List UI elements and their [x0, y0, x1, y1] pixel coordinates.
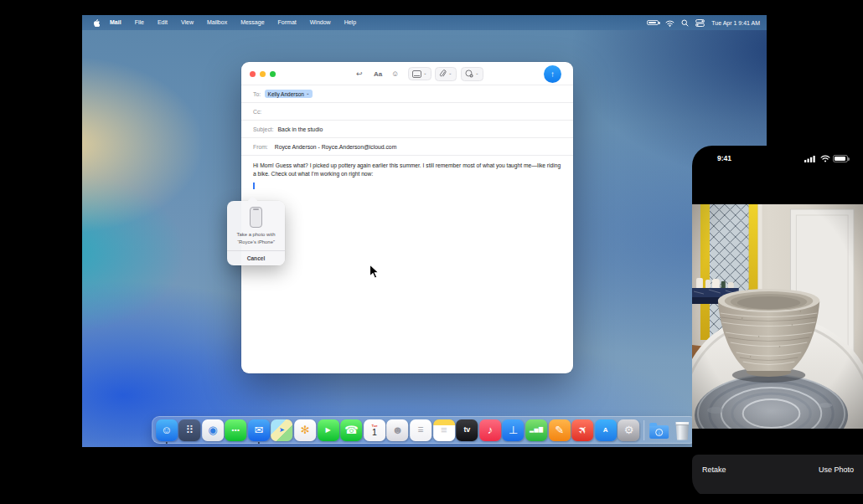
battery-icon — [833, 155, 848, 162]
cc-label: Cc: — [253, 109, 261, 115]
menu-bar: MailFileEditViewMailboxMessageFormatWind… — [82, 15, 767, 30]
subject-field[interactable]: Subject: Back in the studio — [241, 121, 573, 138]
dock-reminders[interactable]: ☰ — [410, 419, 432, 441]
dock-contacts[interactable]: ☻ — [387, 419, 409, 441]
wifi-icon[interactable] — [665, 15, 674, 30]
running-indicator — [165, 442, 168, 445]
dock-mail[interactable]: ✉ — [248, 419, 270, 441]
iphone-status-icons — [804, 155, 848, 162]
mouse-pointer — [369, 264, 380, 280]
dock-trash[interactable] — [671, 419, 693, 441]
menu-item-mail[interactable]: Mail — [103, 15, 128, 30]
recipient-token[interactable]: Kelly Anderson ⌄ — [265, 90, 313, 98]
text-cursor — [253, 183, 255, 189]
dock-launchpad[interactable]: ⠿ — [178, 419, 200, 441]
iphone-status-time: 9:41 — [717, 154, 731, 162]
minimize-button[interactable] — [260, 71, 266, 77]
dock-numbers[interactable]: ▂▅▇ — [525, 419, 547, 441]
dock-finder[interactable]: ☺ — [156, 419, 178, 441]
dock-appstore[interactable]: A — [595, 419, 617, 441]
menu-item-message[interactable]: Message — [234, 15, 271, 30]
menu-item-file[interactable]: File — [128, 15, 151, 30]
format-button[interactable]: Aa — [374, 62, 382, 85]
mail-icon: ✉ — [255, 424, 264, 435]
message-body[interactable]: Hi Mom! Guess what? I picked up pottery … — [253, 162, 565, 177]
dock-divider — [643, 420, 644, 440]
format-aa-icon: Aa — [374, 70, 382, 78]
menu-bar-clock[interactable]: Tue Apr 1 9:41 AM — [711, 20, 760, 26]
downloads-folder-icon: ↓ — [649, 425, 669, 439]
cancel-button[interactable]: Cancel — [227, 251, 285, 265]
battery-icon[interactable] — [647, 20, 659, 26]
to-label: To: — [253, 91, 261, 97]
appletv-icon: tv — [463, 426, 470, 434]
dock-downloads[interactable]: ↓ — [649, 419, 670, 441]
photo-browser-button[interactable]: ⌄ — [408, 62, 432, 85]
undo-button[interactable]: ↩ — [356, 62, 363, 85]
dock-rocket[interactable]: ✈ — [571, 419, 593, 441]
subject-label: Subject: — [253, 126, 274, 132]
popover-title-line1: Take a photo with — [227, 231, 285, 239]
iphone-icon — [250, 207, 262, 228]
send-button[interactable]: ↑ — [544, 65, 561, 83]
launchpad-icon: ⠿ — [186, 424, 194, 435]
menu-item-mailbox[interactable]: Mailbox — [200, 15, 234, 30]
chevron-down-icon: ⌄ — [423, 71, 427, 76]
photos-icon: ✻ — [301, 424, 310, 435]
iphone-screen: 9:41 — [692, 146, 863, 498]
from-field[interactable]: From: Royce Anderson - Royce.Anderson@ic… — [241, 138, 573, 156]
menu-item-view[interactable]: View — [174, 15, 200, 30]
dock-music[interactable]: ♪ — [479, 419, 501, 441]
menu-bar-status: Tue Apr 1 9:41 AM — [647, 15, 763, 30]
send-arrow-icon: ↑ — [550, 69, 555, 79]
menu-item-window[interactable]: Window — [303, 15, 338, 30]
mac-desktop: MailFileEditViewMailboxMessageFormatWind… — [82, 15, 767, 447]
undo-icon: ↩ — [356, 69, 363, 78]
reminders-icon: ☰ — [417, 427, 424, 434]
close-button[interactable] — [250, 71, 256, 77]
cc-field[interactable]: Cc: — [241, 103, 573, 121]
camera-action-bar: Retake Use Photo — [692, 455, 863, 494]
insert-from-device-icon — [465, 69, 473, 78]
dock-calendar[interactable]: Tue1 — [364, 419, 385, 441]
safari-icon: ◉ — [208, 424, 217, 435]
menu-items: MailFileEditViewMailboxMessageFormatWind… — [103, 15, 363, 30]
camera-preview-photo — [692, 204, 863, 429]
dock-maps[interactable]: ➤ — [271, 419, 293, 441]
dock-appletv[interactable]: tv — [456, 419, 478, 441]
screenshot-stage: MailFileEditViewMailboxMessageFormatWind… — [0, 0, 863, 504]
dock-phone[interactable]: ☎ — [340, 419, 362, 441]
emoji-button[interactable]: ☺ — [391, 62, 399, 85]
menu-item-edit[interactable]: Edit — [151, 15, 174, 30]
to-field[interactable]: To: Kelly Anderson ⌄ — [241, 85, 573, 103]
mail-compose-window: ↩ Aa ☺ ⌄ ⌄ — [241, 62, 573, 373]
appstore-icon: A — [603, 427, 608, 434]
keynote-icon: ⊥ — [509, 424, 518, 435]
dock-safari[interactable]: ◉ — [202, 419, 224, 441]
menu-item-format[interactable]: Format — [271, 15, 303, 30]
retake-button[interactable]: Retake — [702, 465, 726, 474]
apple-menu-icon[interactable] — [93, 19, 100, 27]
spotlight-search-icon[interactable] — [681, 15, 689, 30]
dock-messages[interactable]: ••• — [225, 419, 246, 441]
subject-value: Back in the studio — [278, 126, 323, 132]
popover-title-line2: “Royce’s iPhone” — [227, 239, 285, 246]
pages-icon: ✎ — [555, 424, 564, 435]
dock-pages[interactable]: ✎ — [549, 419, 571, 441]
dock-photos[interactable]: ✻ — [294, 419, 316, 441]
use-photo-button[interactable]: Use Photo — [819, 465, 854, 474]
insert-from-device-button[interactable]: ⌄ — [461, 62, 483, 85]
dock-notes[interactable]: ≡ — [433, 419, 455, 441]
dock-keynote[interactable]: ⊥ — [503, 419, 525, 441]
notes-icon: ≡ — [441, 424, 447, 435]
control-center-icon[interactable] — [695, 15, 705, 30]
dock-facetime[interactable]: ▶ — [318, 419, 339, 441]
menu-item-help[interactable]: Help — [338, 15, 363, 30]
settings-icon: ⚙ — [624, 424, 634, 435]
attach-button[interactable]: ⌄ — [435, 62, 457, 85]
dock-settings[interactable]: ⚙ — [618, 419, 640, 441]
numbers-icon: ▂▅▇ — [530, 427, 544, 433]
zoom-button[interactable] — [270, 71, 276, 77]
finder-icon: ☺ — [161, 424, 172, 435]
recipient-name: Kelly Anderson — [268, 91, 304, 97]
